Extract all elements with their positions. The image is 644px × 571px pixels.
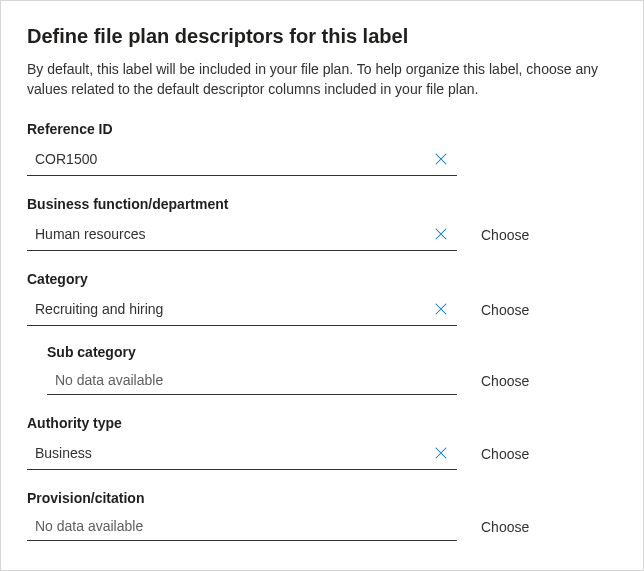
authority-type-value[interactable]: Business — [27, 439, 425, 467]
provision-citation-label: Provision/citation — [27, 490, 617, 506]
field-business-function: Business function/department Human resou… — [27, 196, 617, 251]
clear-icon[interactable] — [425, 437, 457, 469]
choose-link-business-function[interactable]: Choose — [481, 227, 529, 243]
authority-type-input-wrap[interactable]: Business — [27, 437, 457, 470]
category-value[interactable]: Recruiting and hiring — [27, 295, 425, 323]
category-input-wrap[interactable]: Recruiting and hiring — [27, 293, 457, 326]
category-label: Category — [27, 271, 617, 287]
reference-id-label: Reference ID — [27, 121, 617, 137]
field-authority-type: Authority type Business Choose — [27, 415, 617, 470]
business-function-label: Business function/department — [27, 196, 617, 212]
choose-link-sub-category[interactable]: Choose — [481, 373, 529, 389]
clear-icon[interactable] — [425, 218, 457, 250]
reference-id-value[interactable]: COR1500 — [27, 145, 425, 173]
clear-icon[interactable] — [425, 143, 457, 175]
choose-link-provision-citation[interactable]: Choose — [481, 519, 529, 535]
sub-category-value[interactable]: No data available — [47, 366, 457, 394]
page-title: Define file plan descriptors for this la… — [27, 25, 617, 48]
field-category: Category Recruiting and hiring Choose Su… — [27, 271, 617, 395]
authority-type-label: Authority type — [27, 415, 617, 431]
field-provision-citation: Provision/citation No data available Cho… — [27, 490, 617, 541]
page-description: By default, this label will be included … — [27, 60, 617, 99]
field-reference-id: Reference ID COR1500 — [27, 121, 617, 176]
sub-category-label: Sub category — [47, 344, 617, 360]
business-function-input-wrap[interactable]: Human resources — [27, 218, 457, 251]
choose-link-category[interactable]: Choose — [481, 302, 529, 318]
provision-citation-value[interactable]: No data available — [27, 512, 457, 540]
business-function-value[interactable]: Human resources — [27, 220, 425, 248]
field-sub-category: Sub category No data available Choose — [27, 344, 617, 395]
choose-link-authority-type[interactable]: Choose — [481, 446, 529, 462]
provision-citation-input-wrap[interactable]: No data available — [27, 512, 457, 541]
clear-icon[interactable] — [425, 293, 457, 325]
reference-id-input-wrap[interactable]: COR1500 — [27, 143, 457, 176]
sub-category-input-wrap[interactable]: No data available — [47, 366, 457, 395]
